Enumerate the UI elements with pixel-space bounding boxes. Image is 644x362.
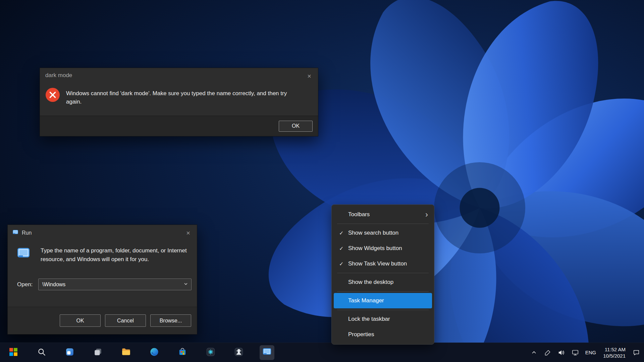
error-dialog-title: dark mode bbox=[45, 72, 72, 79]
widgets-button[interactable] bbox=[62, 345, 77, 360]
clock-time: 11:52 AM bbox=[605, 346, 626, 353]
system-tray: ENG 11:52 AM 10/5/2021 bbox=[530, 343, 641, 362]
chevron-down-icon bbox=[183, 282, 188, 288]
menu-separator bbox=[337, 310, 429, 310]
checkmark-icon: ✓ bbox=[339, 261, 348, 267]
error-dialog-body: Windows cannot find 'dark mode'. Make su… bbox=[45, 87, 288, 106]
checkmark-icon: ✓ bbox=[339, 245, 348, 252]
run-dialog-title: Run bbox=[22, 230, 32, 236]
start-button[interactable] bbox=[6, 345, 21, 360]
chat-bubble-icon bbox=[633, 349, 640, 356]
volume-tray-button[interactable] bbox=[557, 346, 566, 359]
close-icon[interactable]: × bbox=[184, 229, 192, 237]
menu-item-properties[interactable]: Properties bbox=[334, 327, 432, 342]
menu-item-show-widgets-button[interactable]: ✓ Show Widgets button bbox=[334, 241, 432, 256]
error-icon bbox=[45, 87, 60, 104]
file-explorer-button[interactable] bbox=[119, 345, 133, 360]
network-tray-button[interactable] bbox=[571, 346, 580, 359]
run-dialog-footer: OK Cancel Browse... bbox=[8, 307, 197, 334]
task-view-button[interactable] bbox=[91, 345, 105, 360]
run-app-button[interactable] bbox=[260, 345, 274, 360]
error-dialog-titlebar: dark mode × bbox=[40, 68, 318, 80]
windows-logo-icon bbox=[9, 348, 18, 358]
microsoft-store-icon bbox=[178, 348, 187, 358]
taskbar-context-menu: Toolbars › ✓ Show search button ✓ Show W… bbox=[331, 204, 434, 345]
run-window-icon bbox=[12, 229, 18, 237]
run-dialog-body: Type the name of a program, folder, docu… bbox=[16, 246, 189, 264]
close-icon[interactable]: × bbox=[305, 72, 313, 80]
pen-tray-button[interactable] bbox=[543, 346, 552, 359]
ok-button[interactable]: OK bbox=[60, 314, 101, 327]
edge-browser-icon bbox=[150, 347, 159, 358]
menu-item-toolbars[interactable]: Toolbars › bbox=[334, 207, 432, 222]
error-dialog-footer: OK bbox=[40, 116, 318, 136]
sparkle-app-button[interactable] bbox=[203, 345, 218, 360]
menu-separator bbox=[337, 273, 429, 273]
run-window-icon-large bbox=[16, 246, 31, 262]
taskbar-icons bbox=[6, 343, 274, 362]
volume-icon bbox=[558, 349, 565, 356]
notifications-button[interactable] bbox=[632, 346, 641, 359]
search-button[interactable] bbox=[34, 345, 49, 360]
cancel-button[interactable]: Cancel bbox=[105, 314, 146, 327]
error-message: Windows cannot find 'dark mode'. Make su… bbox=[66, 87, 288, 106]
agent-app-button[interactable] bbox=[231, 345, 246, 360]
ok-button[interactable]: OK bbox=[279, 121, 313, 132]
open-label: Open: bbox=[17, 281, 38, 288]
run-dialog-titlebar: Run × bbox=[8, 225, 197, 237]
error-dialog: dark mode × Windows cannot find 'dark mo… bbox=[40, 68, 318, 136]
store-button[interactable] bbox=[175, 345, 190, 360]
chevron-up-icon bbox=[531, 350, 537, 356]
open-row: Open: \Windows bbox=[17, 279, 192, 290]
language-indicator[interactable]: ENG bbox=[585, 350, 597, 355]
open-combobox-value: \Windows bbox=[42, 282, 65, 288]
menu-item-show-task-view-button[interactable]: ✓ Show Task View button bbox=[334, 256, 432, 272]
pen-icon bbox=[544, 349, 551, 356]
network-icon bbox=[572, 349, 579, 356]
submenu-chevron-icon: › bbox=[425, 211, 428, 218]
run-dialog: Run × Type the name of a program, folder… bbox=[7, 225, 197, 335]
task-view-icon bbox=[94, 348, 102, 358]
desktop: dark mode × Windows cannot find 'dark mo… bbox=[0, 0, 644, 362]
edge-button[interactable] bbox=[147, 345, 162, 360]
menu-separator bbox=[337, 224, 429, 224]
folder-icon bbox=[121, 347, 131, 358]
clock[interactable]: 11:52 AM 10/5/2021 bbox=[602, 346, 627, 359]
open-combobox[interactable]: \Windows bbox=[38, 279, 192, 290]
run-app-icon bbox=[262, 347, 272, 358]
widgets-icon bbox=[65, 348, 74, 358]
menu-item-show-the-desktop[interactable]: Show the desktop bbox=[334, 275, 432, 290]
run-description: Type the name of a program, folder, docu… bbox=[41, 246, 189, 264]
menu-item-task-manager[interactable]: Task Manager bbox=[334, 293, 432, 308]
agent-app-icon bbox=[234, 347, 244, 358]
clock-date: 10/5/2021 bbox=[603, 353, 626, 359]
menu-item-show-search-button[interactable]: ✓ Show search button bbox=[334, 225, 432, 241]
taskbar: ENG 11:52 AM 10/5/2021 bbox=[0, 343, 644, 362]
checkmark-icon: ✓ bbox=[339, 230, 348, 236]
search-icon bbox=[37, 348, 46, 358]
browse-button[interactable]: Browse... bbox=[150, 314, 191, 327]
menu-separator bbox=[337, 291, 429, 292]
sparkle-app-icon bbox=[206, 347, 215, 358]
menu-item-lock-the-taskbar[interactable]: Lock the taskbar bbox=[334, 311, 432, 327]
hidden-icons-button[interactable] bbox=[530, 346, 538, 359]
